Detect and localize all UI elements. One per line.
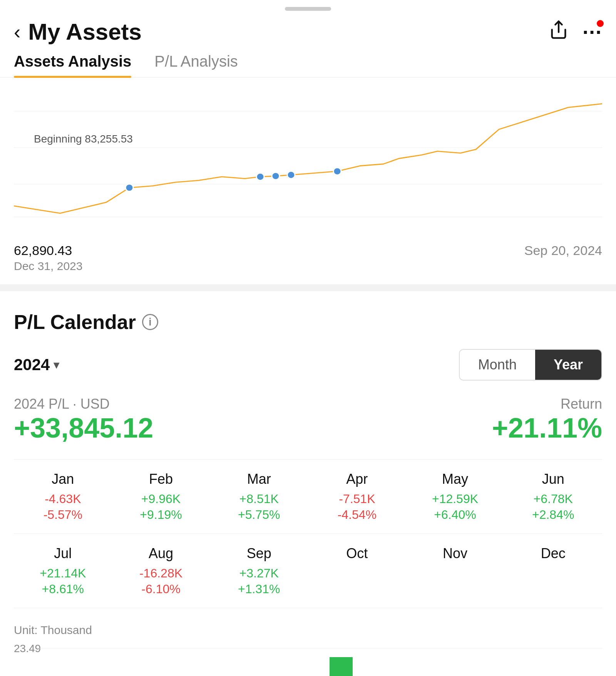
monthly-grid: Jan -4.63K -5.57% Feb +9.96K +9.19% Mar …: [14, 459, 602, 608]
caret-icon: ▾: [54, 359, 59, 371]
month-sep[interactable]: Sep +3.27K +1.31%: [210, 545, 308, 596]
svg-point-5: [126, 184, 133, 191]
month-dec[interactable]: Dec: [504, 545, 602, 596]
chart-end-date: Sep 20, 2024: [524, 243, 602, 273]
year-label: 2024: [14, 356, 50, 374]
month-jul[interactable]: Jul +21.14K +8.61%: [14, 545, 112, 596]
year-selector[interactable]: 2024 ▾: [14, 356, 59, 374]
info-button[interactable]: i: [142, 314, 158, 330]
month-jan[interactable]: Jan -4.63K -5.57%: [14, 471, 112, 522]
pl-summary-right: Return +21.11%: [492, 396, 602, 444]
bar-chart: 23.49 0.00 -23.49: [14, 644, 602, 676]
bar-chart-svg: 23.49 0.00 -23.49: [14, 644, 602, 676]
month-aug[interactable]: Aug -16.28K -6.10%: [112, 545, 210, 596]
svg-point-9: [333, 168, 341, 175]
tab-assets-analysis[interactable]: Assets Analysis: [14, 53, 131, 77]
share-button[interactable]: [549, 20, 569, 44]
svg-point-8: [287, 171, 295, 179]
month-oct[interactable]: Oct: [308, 545, 406, 596]
month-row-2: Jul +21.14K +8.61% Aug -16.28K -6.10% Se…: [14, 533, 602, 608]
section-divider: [0, 284, 616, 291]
pl-summary-label: 2024 P/L · USD: [14, 396, 153, 412]
svg-text:23.49: 23.49: [14, 644, 41, 654]
year-toggle-button[interactable]: Year: [535, 350, 601, 380]
month-nov[interactable]: Nov: [406, 545, 504, 596]
month-mar[interactable]: Mar +8.51K +5.75%: [210, 471, 308, 522]
chart-start-date: Dec 31, 2023: [14, 260, 82, 273]
svg-rect-22: [330, 657, 353, 676]
month-feb[interactable]: Feb +9.96K +9.19%: [112, 471, 210, 522]
month-row-1: Jan -4.63K -5.57% Feb +9.96K +9.19% Mar …: [14, 460, 602, 533]
month-apr[interactable]: Apr -7.51K -4.54%: [308, 471, 406, 522]
drag-pill: [285, 7, 331, 11]
bar-chart-section: Unit: Thousand 23.49 0.00 -23.49: [0, 608, 616, 676]
tab-pl-analysis[interactable]: P/L Analysis: [154, 53, 238, 77]
view-toggle: Month Year: [459, 349, 602, 381]
drag-bar: [0, 0, 616, 15]
year-toggle-row: 2024 ▾ Month Year: [14, 349, 602, 381]
header-icons: ···: [549, 20, 602, 44]
pl-summary-value: +33,845.12: [14, 412, 153, 444]
pl-summary-row: 2024 P/L · USD +33,845.12 Return +21.11%: [14, 396, 602, 444]
more-button[interactable]: ···: [583, 20, 602, 44]
assets-chart: Beginning 83,255.53: [0, 77, 616, 239]
pl-calendar-title: P/L Calendar i: [14, 310, 602, 334]
pl-calendar-section: P/L Calendar i 2024 ▾ Month Year 2024 P/…: [0, 291, 616, 608]
chart-svg: [14, 93, 602, 231]
month-toggle-button[interactable]: Month: [460, 350, 535, 380]
bar-unit-label: Unit: Thousand: [14, 624, 602, 637]
back-button[interactable]: ‹: [14, 22, 20, 42]
chart-footer: 62,890.43 Dec 31, 2023 Sep 20, 2024: [0, 239, 616, 284]
svg-point-7: [272, 173, 280, 180]
chart-beginning-label: Beginning 83,255.53: [31, 131, 136, 147]
month-may[interactable]: May +12.59K +6.40%: [406, 471, 504, 522]
page-title: My Assets: [28, 18, 549, 45]
month-jun[interactable]: Jun +6.78K +2.84%: [504, 471, 602, 522]
header: ‹ My Assets ···: [0, 15, 616, 53]
chart-start-value: 62,890.43: [14, 243, 82, 258]
tabs-bar: Assets Analysis P/L Analysis: [0, 53, 616, 77]
return-label: Return: [492, 396, 602, 412]
notification-dot: [597, 20, 604, 27]
chart-start-info: 62,890.43 Dec 31, 2023: [14, 243, 82, 273]
svg-point-6: [256, 173, 264, 180]
pl-summary-left: 2024 P/L · USD +33,845.12: [14, 396, 153, 444]
return-value: +21.11%: [492, 412, 602, 444]
